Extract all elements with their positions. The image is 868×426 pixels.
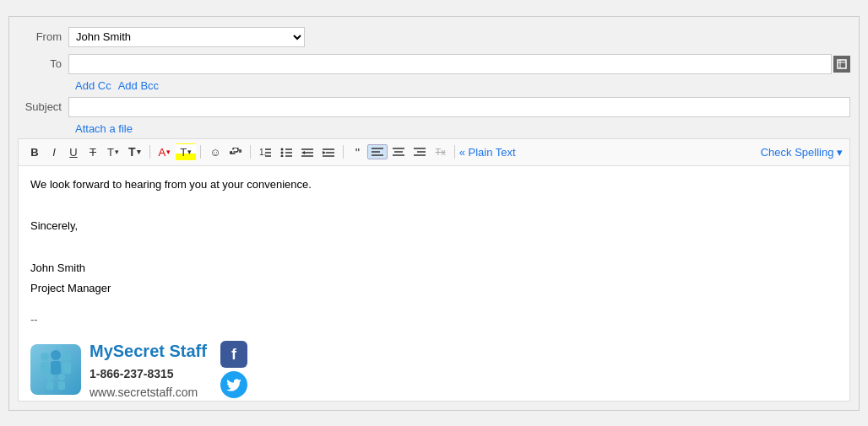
sig-text-block: MySecret Staff 1-866-237-8315 www.secret… <box>90 337 207 401</box>
sig-phone: 1-866-237-8315 <box>90 364 207 383</box>
strikethrough-button[interactable]: T <box>84 143 102 161</box>
italic-button[interactable]: I <box>45 143 63 161</box>
sig-divider: -- <box>30 311 838 329</box>
indent-less-button[interactable] <box>297 144 317 159</box>
from-label: From <box>18 30 68 43</box>
body-line1: We look forward to hearing from you at y… <box>30 176 838 194</box>
to-input-wrap <box>68 54 850 74</box>
email-editor[interactable]: We look forward to hearing from you at y… <box>18 165 850 402</box>
svg-rect-39 <box>58 381 65 390</box>
to-label: To <box>18 57 68 70</box>
body-line4: Project Manager <box>30 280 838 298</box>
cc-bcc-row: Add Cc Add Bcc <box>18 79 850 92</box>
align-group: " Tx <box>348 143 449 162</box>
subject-input-wrap <box>68 97 850 117</box>
svg-point-7 <box>281 148 284 151</box>
sig-social: f <box>220 341 247 398</box>
plain-text-link[interactable]: « Plain Text <box>459 146 516 159</box>
compose-window: From John Smith To Add Cc Add Bcc Subjec… <box>8 16 860 411</box>
svg-point-30 <box>41 353 49 361</box>
unordered-list-button[interactable] <box>276 144 296 159</box>
facebook-icon[interactable]: f <box>220 341 247 368</box>
align-center-button[interactable] <box>388 144 409 159</box>
sep4 <box>343 145 344 159</box>
svg-rect-33 <box>51 361 61 375</box>
subject-input[interactable] <box>68 97 850 117</box>
svg-point-9 <box>281 155 284 158</box>
sig-logo-row: MySecret Staff 1-866-237-8315 www.secret… <box>30 337 838 401</box>
signature-block: -- <box>30 311 838 401</box>
subject-row: Subject <box>18 95 850 119</box>
font-color-button[interactable]: A▾ <box>155 143 176 161</box>
svg-point-32 <box>51 350 61 360</box>
svg-rect-37 <box>46 381 53 390</box>
attach-file-link[interactable]: Attach a file <box>75 122 133 135</box>
editor-content: We look forward to hearing from you at y… <box>30 176 838 299</box>
check-spelling-link[interactable]: Check Spelling ▾ <box>761 146 843 159</box>
indent-more-button[interactable] <box>318 144 339 159</box>
twitter-icon[interactable] <box>220 371 247 398</box>
blockquote-button[interactable]: " <box>348 143 366 162</box>
from-row: From John Smith <box>18 25 850 49</box>
sig-website: www.secretstaff.com <box>90 383 207 401</box>
remove-format-button[interactable]: Tx <box>431 144 449 159</box>
list-group: 1. <box>255 144 339 159</box>
color-group: A▾ T▾ <box>155 143 197 161</box>
sep1 <box>149 145 150 159</box>
ordered-list-button[interactable]: 1. <box>255 144 275 159</box>
svg-point-36 <box>46 374 53 380</box>
sep2 <box>200 145 201 159</box>
subject-label: Subject <box>18 100 68 113</box>
heading-button[interactable]: T▾ <box>124 143 145 161</box>
font-size-button[interactable]: T▾ <box>103 143 123 161</box>
svg-rect-35 <box>62 362 71 374</box>
sig-company-name: MySecret Staff <box>90 337 207 364</box>
from-select[interactable]: John Smith <box>68 27 305 47</box>
add-bcc-link[interactable]: Add Bcc <box>118 79 159 92</box>
align-right-button[interactable] <box>410 144 430 159</box>
link-button[interactable] <box>225 145 246 159</box>
attach-row: Attach a file <box>18 122 850 135</box>
align-left-button[interactable] <box>367 144 388 159</box>
sep5 <box>454 145 455 159</box>
underline-button[interactable]: U <box>64 143 83 161</box>
sep3 <box>250 145 251 159</box>
body-line3: John Smith <box>30 260 838 278</box>
body-line2: Sincerely, <box>30 218 838 235</box>
emoji-button[interactable]: ☺ <box>205 143 225 161</box>
svg-point-34 <box>62 353 71 361</box>
svg-point-8 <box>281 152 284 154</box>
insert-group: ☺ <box>205 143 246 161</box>
contact-picker-icon[interactable] <box>833 56 850 73</box>
to-row: To <box>18 52 850 76</box>
svg-point-38 <box>58 374 65 380</box>
text-bg-button[interactable]: T▾ <box>176 143 196 161</box>
add-cc-link[interactable]: Add Cc <box>75 79 111 92</box>
basic-format-group: B I U T T▾ T▾ <box>25 143 145 161</box>
formatting-toolbar: B I U T T▾ T▾ A▾ T▾ ☺ 1. <box>18 138 850 165</box>
svg-marker-16 <box>301 151 305 154</box>
bold-button[interactable]: B <box>25 143 44 161</box>
svg-rect-31 <box>41 362 49 374</box>
to-input[interactable] <box>68 54 832 74</box>
svg-marker-20 <box>323 151 326 154</box>
svg-rect-0 <box>838 60 846 68</box>
from-input-wrap: John Smith <box>68 27 850 47</box>
sig-logo-icon <box>30 344 81 395</box>
